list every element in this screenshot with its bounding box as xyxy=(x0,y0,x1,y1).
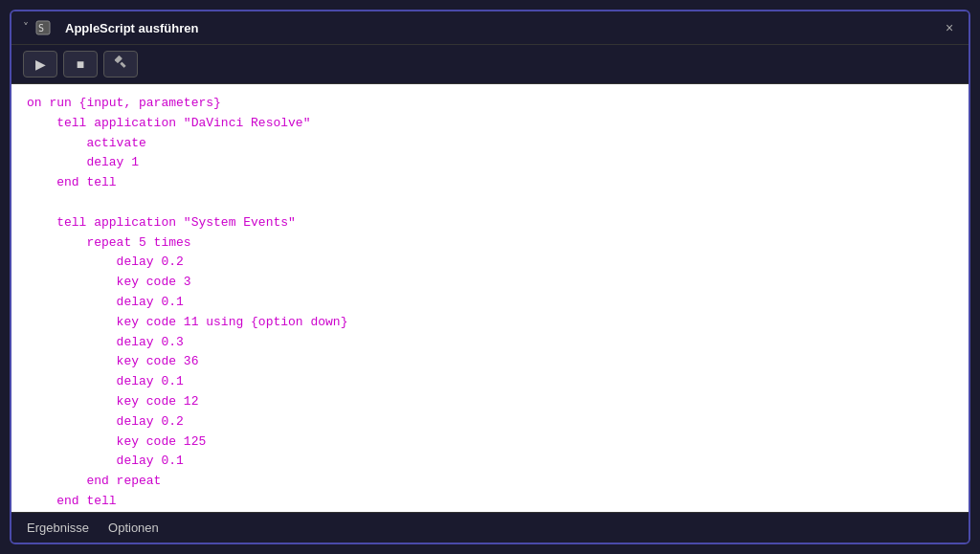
code-line: delay 0.1 xyxy=(27,452,953,472)
code-line: tell application "System Events" xyxy=(27,213,953,233)
stop-button[interactable]: ■ xyxy=(63,51,98,78)
options-tab[interactable]: Optionen xyxy=(108,521,159,535)
bottom-bar: Ergebnisse Optionen xyxy=(11,512,969,543)
play-button[interactable]: ▶ xyxy=(23,51,57,78)
code-line: delay 1 xyxy=(27,153,953,173)
svg-rect-3 xyxy=(114,55,122,63)
code-line: key code 11 using {option down} xyxy=(27,313,953,333)
code-line: end tell xyxy=(27,173,953,193)
code-line: delay 0.2 xyxy=(27,253,953,273)
svg-text:S: S xyxy=(38,23,44,33)
code-line: repeat 5 times xyxy=(27,233,953,254)
stop-icon: ■ xyxy=(77,56,84,72)
compile-button[interactable] xyxy=(103,51,138,78)
code-editor[interactable]: on run {input, parameters} tell applicat… xyxy=(11,84,969,512)
window-title: AppleScript ausführen xyxy=(65,21,934,35)
close-button[interactable]: × xyxy=(942,20,957,35)
play-icon: ▶ xyxy=(35,56,46,72)
applescript-window: ˅ S AppleScript ausführen × ▶ ■ xyxy=(10,10,970,544)
code-line: activate xyxy=(27,134,953,154)
code-line: key code 36 xyxy=(27,352,953,372)
code-line: delay 0.1 xyxy=(27,372,953,392)
code-line: end tell xyxy=(27,492,953,512)
code-line: key code 3 xyxy=(27,273,953,293)
hammer-icon xyxy=(113,55,128,74)
code-line: tell application "DaVinci Resolve" xyxy=(27,114,953,134)
toolbar: ▶ ■ xyxy=(11,45,969,84)
code-line: delay 0.1 xyxy=(27,293,953,313)
code-line: on run {input, parameters} xyxy=(27,94,953,114)
code-line: end repeat xyxy=(27,472,953,492)
chevron-down-icon[interactable]: ˅ xyxy=(23,21,29,34)
results-tab[interactable]: Ergebnisse xyxy=(27,521,89,535)
title-bar: ˅ S AppleScript ausführen × xyxy=(11,11,969,45)
code-line: delay 0.3 xyxy=(27,333,953,353)
app-icon: S xyxy=(34,19,52,36)
code-line: delay 0.2 xyxy=(27,412,953,432)
svg-rect-2 xyxy=(120,61,125,67)
code-line: key code 12 xyxy=(27,392,953,412)
code-line: key code 125 xyxy=(27,432,953,453)
title-bar-left: ˅ S xyxy=(23,19,52,36)
code-line xyxy=(27,193,953,213)
